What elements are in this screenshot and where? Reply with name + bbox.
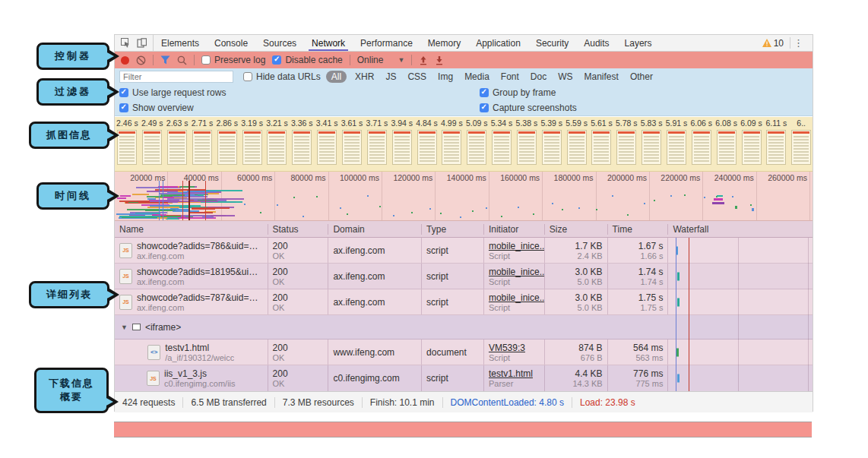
tab-sources[interactable]: Sources [255, 35, 304, 51]
request-name: iis_v1_3.js [164, 368, 236, 379]
iframe-group-row[interactable]: ▼ <iframe> [115, 315, 813, 340]
filmstrip-frame[interactable]: 3.36 s [290, 117, 315, 171]
initiator-link[interactable]: mobile_inice... [489, 292, 540, 303]
filmstrip-frame[interactable]: 2.49 s [140, 117, 165, 171]
col-name[interactable]: Name [115, 224, 268, 235]
filmstrip-frame[interactable]: 5.09 s [464, 117, 489, 171]
screenshot-filmstrip[interactable]: 2.46 s2.49 s2.63 s2.71 s2.86 s3.19 s3.21… [115, 117, 813, 172]
filter-toggle-icon[interactable] [160, 55, 170, 65]
filmstrip-frame[interactable]: 3.61 s [340, 117, 365, 171]
filter-pill-js[interactable]: JS [382, 71, 399, 83]
filmstrip-frame[interactable]: 6.. [789, 117, 813, 171]
filmstrip-frame[interactable]: 5.34 s [489, 117, 515, 171]
throttling-dropdown[interactable]: Online ▼ [357, 55, 405, 65]
filmstrip-frame[interactable]: 6.11 s [764, 117, 789, 171]
initiator-link[interactable]: VM539:3 [489, 343, 540, 353]
iframe-group-label: <iframe> [145, 322, 181, 333]
table-row[interactable]: JS showcode?adids=787&uid=1565...ax.ifen… [115, 289, 813, 315]
tab-network[interactable]: Network [304, 35, 353, 51]
col-waterfall[interactable]: Waterfall [668, 224, 813, 235]
filmstrip-frame[interactable]: 6.08 s [714, 117, 739, 171]
col-time[interactable]: Time [608, 224, 669, 235]
timeline-tick: 180000 ms [543, 172, 596, 220]
preserve-log-checkbox[interactable]: Preserve log [201, 55, 265, 65]
filmstrip-frame[interactable]: 3.19 s [239, 117, 265, 171]
record-button[interactable] [121, 56, 129, 65]
filmstrip-frame[interactable]: 3.41 s [315, 117, 340, 171]
table-row[interactable]: JS showcode?adids=18195&uid=15...ax.ifen… [115, 264, 813, 289]
filmstrip-frame[interactable]: 2.63 s [165, 117, 190, 171]
capture-screenshots-checkbox[interactable]: Capture screenshots [480, 103, 577, 113]
filmstrip-frame[interactable]: 5.78 s [614, 117, 639, 171]
filter-pill-ws[interactable]: WS [555, 71, 575, 83]
filmstrip-thumbnail [591, 130, 611, 165]
device-toolbar-icon[interactable] [137, 38, 147, 48]
warnings-indicator[interactable]: 10 [762, 38, 784, 49]
filter-pill-manifest[interactable]: Manifest [581, 71, 622, 83]
filmstrip-frame[interactable]: 6.06 s [689, 117, 714, 171]
domain: ax.ifeng.com [333, 297, 417, 308]
initiator-link[interactable]: mobile_inice... [489, 267, 540, 277]
filter-pill-xhr[interactable]: XHR [352, 71, 377, 83]
filmstrip-frame[interactable]: 5.38 s [515, 117, 540, 171]
filmstrip-timestamp: 4.99 s [441, 118, 463, 128]
group-by-frame-checkbox[interactable]: Group by frame [480, 87, 556, 98]
filmstrip-frame[interactable]: 5.91 s [664, 117, 689, 171]
tab-performance[interactable]: Performance [353, 35, 420, 51]
inspect-element-icon[interactable] [121, 38, 131, 48]
clear-button[interactable] [136, 55, 146, 65]
table-row[interactable]: JS showcode?adids=786&uid=1565...ax.ifen… [115, 238, 813, 264]
show-overview-checkbox[interactable]: Show overview [119, 103, 194, 113]
filmstrip-frame[interactable]: 3.94 s [389, 117, 414, 171]
filmstrip-frame[interactable]: 2.46 s [115, 117, 140, 171]
filmstrip-frame[interactable]: 3.21 s [265, 117, 290, 171]
filmstrip-frame[interactable]: 3.71 s [364, 117, 389, 171]
filter-pill-doc[interactable]: Doc [527, 71, 550, 83]
col-size[interactable]: Size [545, 224, 608, 235]
filmstrip-thumbnail [342, 130, 362, 165]
tab-application[interactable]: Application [468, 35, 528, 51]
initiator-link[interactable]: mobile_inice... [489, 241, 540, 251]
col-type[interactable]: Type [422, 224, 484, 235]
expand-triangle-icon[interactable]: ▼ [121, 324, 128, 331]
filter-pill-font[interactable]: Font [498, 71, 522, 83]
filmstrip-frame[interactable]: 5.39 s [539, 117, 564, 171]
filmstrip-timestamp: 2.71 s [192, 118, 214, 128]
filter-pill-css[interactable]: CSS [404, 71, 429, 83]
col-initiator[interactable]: Initiator [484, 224, 545, 235]
tab-layers[interactable]: Layers [617, 35, 660, 51]
tab-security[interactable]: Security [528, 35, 576, 51]
tab-memory[interactable]: Memory [420, 35, 468, 51]
filmstrip-frame[interactable]: 4.99 s [439, 117, 464, 171]
timeline-overview[interactable]: 20000 ms40000 ms60000 ms80000 ms100000 m… [115, 172, 813, 221]
filmstrip-frame[interactable]: 5.61 s [589, 117, 614, 171]
filmstrip-thumbnail [217, 130, 237, 165]
export-har-icon[interactable] [435, 55, 444, 65]
filmstrip-frame[interactable]: 2.86 s [214, 117, 239, 171]
filmstrip-frame[interactable]: 4.84 s [414, 117, 439, 171]
disable-cache-checkbox[interactable]: Disable cache [272, 55, 342, 65]
kebab-menu-icon[interactable]: ⋮ [790, 37, 806, 49]
use-large-rows-checkbox[interactable]: Use large request rows [119, 87, 226, 98]
tab-audits[interactable]: Audits [576, 35, 616, 51]
filter-input[interactable] [119, 71, 233, 83]
filmstrip-frame[interactable]: 5.59 s [564, 117, 589, 171]
tab-console[interactable]: Console [207, 35, 255, 51]
table-row[interactable]: JS iis_v1_3.jsc0.ifengimg.com/iis 200OK … [115, 365, 813, 391]
col-domain[interactable]: Domain [328, 224, 422, 235]
import-har-icon[interactable] [419, 55, 428, 65]
filmstrip-frame[interactable]: 6.09 s [739, 117, 764, 171]
filmstrip-frame[interactable]: 5.83 s [639, 117, 664, 171]
col-status[interactable]: Status [268, 224, 329, 235]
filter-pill-other[interactable]: Other [627, 71, 656, 83]
hide-data-urls-checkbox[interactable]: Hide data URLs [243, 71, 321, 82]
filter-pill-img[interactable]: Img [435, 71, 456, 83]
initiator-link[interactable]: testv1.html [489, 368, 540, 379]
search-icon[interactable] [177, 55, 187, 65]
filmstrip-timestamp: 5.34 s [491, 118, 513, 128]
filmstrip-frame[interactable]: 2.71 s [190, 117, 215, 171]
filter-pill-media[interactable]: Media [461, 71, 493, 83]
filter-pill-all[interactable]: All [326, 71, 347, 83]
table-row[interactable]: <> testv1.html/a_if/190312/weicc 200OK w… [115, 340, 813, 365]
tab-elements[interactable]: Elements [154, 35, 207, 51]
